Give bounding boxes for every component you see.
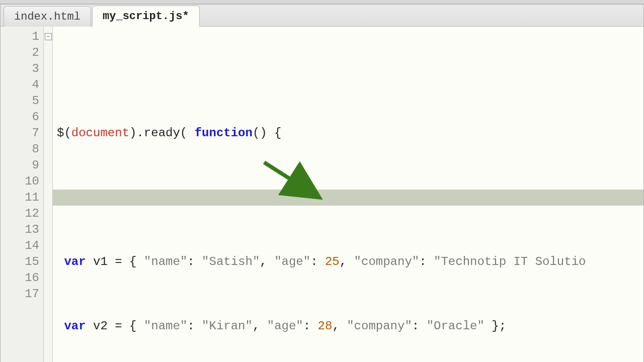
tok-var: var [64,319,86,333]
tok-colon: : [310,255,325,268]
tok-technotip: "Technotip IT Solutio [434,255,586,268]
line-number: 5 [1,93,39,109]
code-line[interactable] [57,190,643,206]
tok-company-key: "company" [347,319,412,333]
tok-comma: , [260,255,274,268]
tok-comma: , [332,319,347,333]
line-number: 8 [1,141,39,157]
tok-var: var [64,255,86,268]
tok-colon: : [187,319,202,333]
tok-function: function [195,126,253,140]
tok-ready: ready [144,126,180,140]
tok-v2: v2 [93,319,108,333]
code-area[interactable]: $(document).ready( function() { var v1 =… [53,27,643,362]
tok-lpar: ( [253,126,260,140]
tok-name-key: "name" [144,319,187,333]
tok-company-key: "company" [354,255,420,268]
tok-kiran: "Kiran" [202,319,253,333]
line-number: 14 [1,238,39,254]
tok-document: document [71,126,129,140]
line-number: 9 [1,157,39,173]
tok-name-key: "name" [144,255,187,268]
line-number: 1 [1,29,39,45]
tab-index-html[interactable]: index.html [4,6,91,27]
tok-colon: : [187,255,202,268]
tok-rbrace: } [492,319,499,333]
tok-lpar: ( [180,126,187,140]
line-number-gutter: 1 2 3 4 5 6 7 8 9 10 11 12 13 14 15 16 1… [1,27,44,362]
tok-comma: , [253,319,267,333]
tok-age-key: "age" [274,255,310,268]
line-number: 10 [1,173,39,190]
tok-eq: = [108,255,129,268]
line-number: 16 [1,270,39,286]
tab-bar: index.html my_script.js* [1,5,643,27]
tok-v1: v1 [93,255,108,268]
line-number: 4 [1,77,39,93]
line-number: 11 [1,190,39,206]
tok-28: 28 [318,319,333,333]
tok-lbrace: { [129,255,136,268]
window-titlebar [0,0,644,4]
tok-age-key: "age" [267,319,303,333]
tok-comma: , [340,255,354,268]
code-line[interactable]: $(document).ready( function() { [57,125,643,141]
tok-lpar: ( [64,126,71,140]
code-editor[interactable]: 1 2 3 4 5 6 7 8 9 10 11 12 13 14 15 16 1… [1,27,643,362]
tok-colon: : [303,319,318,333]
tok-rpar: ) [260,126,267,140]
line-number: 12 [1,206,39,222]
tok-colon: : [412,319,427,333]
tok-dot: . [136,126,143,140]
tok-satish: "Satish" [202,255,260,268]
line-number: 6 [1,109,39,125]
tab-my-script-js[interactable]: my_script.js* [92,6,200,27]
tok-semi: ; [499,319,506,333]
tok-25: 25 [325,255,340,268]
line-number: 3 [1,61,39,77]
line-number: 2 [1,45,39,61]
editor-window: index.html my_script.js* 1 2 3 4 5 6 7 8… [0,4,644,362]
fold-toggle-icon[interactable]: − [45,33,52,40]
tok-dollar: $ [57,126,64,140]
tok-lbrace: { [274,126,281,140]
code-line[interactable]: var v2 = { "name": "Kiran", "age": 28, "… [57,318,643,334]
line-number: 15 [1,254,39,270]
fold-column: − [44,27,53,362]
line-number: 7 [1,125,39,141]
line-number: 13 [1,222,39,238]
tok-eq: = [108,319,129,333]
code-line[interactable]: var v1 = { "name": "Satish", "age": 25, … [57,254,643,270]
tok-rpar: ) [129,126,136,140]
tok-lbrace: { [129,319,136,333]
line-number: 17 [1,286,39,302]
tok-colon: : [419,255,434,268]
tok-oracle: "Oracle" [427,319,485,333]
